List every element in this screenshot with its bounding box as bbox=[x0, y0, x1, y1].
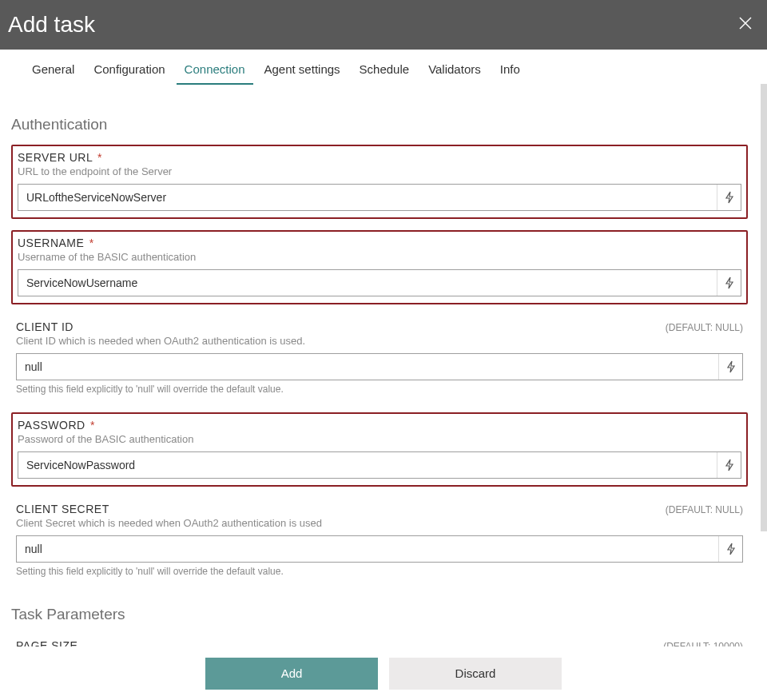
input-wrap-client-id bbox=[16, 353, 743, 380]
scrollbar-track bbox=[761, 84, 767, 646]
close-icon bbox=[738, 16, 753, 30]
input-wrap-client-secret bbox=[16, 535, 743, 563]
input-wrap-username bbox=[18, 269, 741, 296]
note-client-id: Setting this field explicitly to 'null' … bbox=[16, 384, 743, 395]
input-wrap-server-url bbox=[18, 184, 741, 211]
bolt-icon bbox=[725, 543, 737, 555]
input-username[interactable] bbox=[18, 270, 717, 296]
field-password: PASSWORD * Password of the BASIC authent… bbox=[11, 412, 748, 487]
note-client-secret: Setting this field explicitly to 'null' … bbox=[16, 566, 743, 577]
desc-password: Password of the BASIC authentication bbox=[18, 433, 741, 445]
bolt-icon bbox=[724, 276, 735, 289]
add-button[interactable]: Add bbox=[205, 658, 378, 690]
input-server-url[interactable] bbox=[18, 185, 717, 210]
field-client-id: CLIENT ID (DEFAULT: NULL) Client ID whic… bbox=[11, 316, 748, 401]
tab-validators[interactable]: Validators bbox=[419, 56, 491, 84]
default-page-size: (DEFAULT: 10000) bbox=[663, 641, 743, 646]
default-client-id: (DEFAULT: NULL) bbox=[666, 322, 743, 333]
bolt-icon bbox=[724, 459, 735, 471]
form-body[interactable]: Authentication SERVER URL * URL to the e… bbox=[0, 84, 767, 646]
tab-general[interactable]: General bbox=[22, 56, 84, 84]
field-client-secret: CLIENT SECRET (DEFAULT: NULL) Client Sec… bbox=[11, 498, 748, 583]
variable-picker-client-secret[interactable] bbox=[718, 536, 742, 562]
label-page-size: PAGE SIZE bbox=[16, 639, 77, 646]
label-client-id: CLIENT ID bbox=[16, 320, 74, 333]
desc-username: Username of the BASIC authentication bbox=[18, 251, 741, 263]
input-wrap-password bbox=[18, 451, 741, 479]
field-username: USERNAME * Username of the BASIC authent… bbox=[11, 230, 748, 304]
tab-configuration[interactable]: Configuration bbox=[84, 56, 174, 84]
field-server-url: SERVER URL * URL to the endpoint of the … bbox=[11, 145, 748, 219]
label-password: PASSWORD * bbox=[18, 419, 95, 432]
label-client-secret: CLIENT SECRET bbox=[16, 503, 109, 515]
input-client-secret[interactable] bbox=[17, 536, 718, 562]
variable-picker-username[interactable] bbox=[717, 270, 741, 296]
variable-picker-client-id[interactable] bbox=[718, 354, 742, 380]
modal-title: Add task bbox=[8, 12, 95, 38]
desc-client-id: Client ID which is needed when OAuth2 au… bbox=[16, 335, 743, 347]
section-authentication-title: Authentication bbox=[11, 116, 748, 133]
field-page-size: PAGE SIZE (DEFAULT: 10000) Set the page … bbox=[11, 634, 748, 646]
modal-footer: Add Discard bbox=[0, 646, 767, 700]
modal-header: Add task bbox=[0, 0, 767, 50]
variable-picker-password[interactable] bbox=[717, 452, 741, 478]
bolt-icon bbox=[724, 191, 735, 204]
close-button[interactable] bbox=[735, 13, 756, 37]
tab-info[interactable]: Info bbox=[491, 56, 530, 84]
tab-schedule[interactable]: Schedule bbox=[350, 56, 419, 84]
discard-button[interactable]: Discard bbox=[389, 658, 562, 690]
label-username: USERNAME * bbox=[18, 237, 94, 249]
section-task-parameters-title: Task Parameters bbox=[11, 606, 748, 623]
tab-agent-settings[interactable]: Agent settings bbox=[255, 56, 350, 84]
input-password[interactable] bbox=[18, 452, 717, 478]
scrollbar-thumb[interactable] bbox=[761, 84, 767, 531]
bolt-icon bbox=[725, 360, 737, 373]
input-client-id[interactable] bbox=[17, 354, 718, 380]
tab-connection[interactable]: Connection bbox=[175, 56, 255, 84]
desc-client-secret: Client Secret which is needed when OAuth… bbox=[16, 517, 743, 529]
default-client-secret: (DEFAULT: NULL) bbox=[666, 504, 743, 515]
desc-server-url: URL to the endpoint of the Server bbox=[18, 165, 741, 177]
variable-picker-server-url[interactable] bbox=[717, 185, 741, 210]
label-server-url: SERVER URL * bbox=[18, 151, 102, 164]
tab-bar: General Configuration Connection Agent s… bbox=[0, 50, 767, 84]
